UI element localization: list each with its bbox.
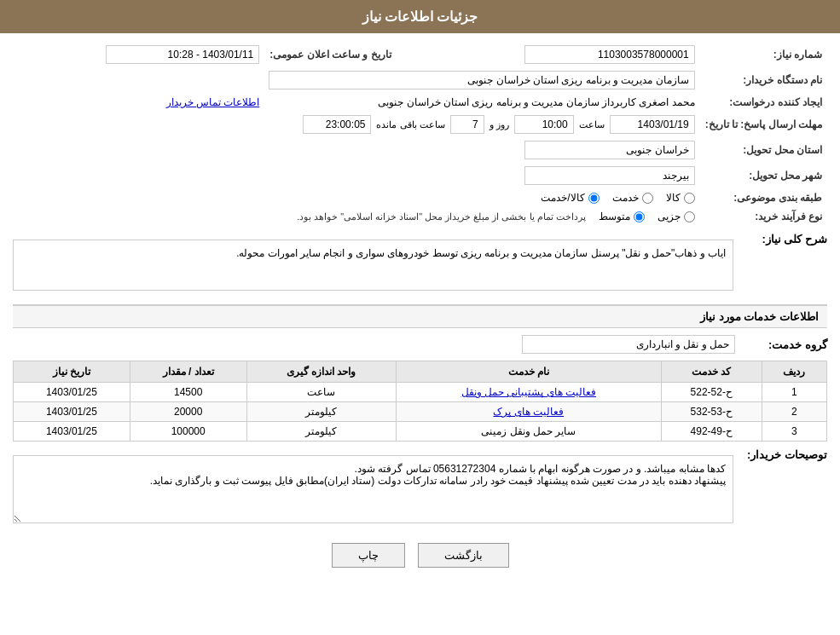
cell-qty: 100000 [130, 422, 246, 442]
row-purchase-type: نوع فرآیند خرید: جزیی متوسط پرداخت تمام … [13, 207, 827, 226]
notes-section: توصیحات خریدار: [13, 448, 827, 530]
row-creator: ایجاد کننده درخواست: محمد اصغری کاربرداز… [13, 93, 827, 112]
row-buyer-org: نام دستگاه خریدار: [13, 67, 827, 93]
need-number-input[interactable] [524, 45, 695, 64]
creator-label: ایجاد کننده درخواست: [700, 93, 827, 112]
row-need-number: شماره نیاز: تاریخ و ساعت اعلان عمومی: [13, 42, 827, 67]
services-table: ردیف کد خدمت نام خدمت واحد اندازه گیری ت… [13, 361, 827, 442]
table-row: 2ح-53-532فعالیت های پرککیلومتر200001403/… [14, 402, 827, 422]
days-label: روز و [490, 119, 509, 130]
col-qty-header: تعداد / مقدار [130, 361, 246, 383]
cell-date: 1403/01/25 [14, 422, 130, 442]
radio-khedmat-label: خدمت [612, 192, 639, 204]
page-title: جزئیات اطلاعات نیاز [362, 9, 478, 24]
buttons-row: بازگشت چاپ [13, 543, 827, 568]
cell-name: سایر حمل ونقل زمینی [396, 422, 661, 442]
table-row: 3ح-49-492سایر حمل ونقل زمینیکیلومتر10000… [14, 422, 827, 442]
radio-kala[interactable] [684, 193, 695, 204]
back-button[interactable]: بازگشت [418, 543, 509, 568]
cell-code: ح-52-522 [661, 383, 762, 402]
row-city: شهر محل تحویل: [13, 163, 827, 188]
cell-date: 1403/01/25 [14, 402, 130, 422]
announce-date-label: تاریخ و ساعت اعلان عمومی: [264, 42, 396, 67]
row-deadline: مهلت ارسال پاسخ: تا تاریخ: ساعت روز و سا… [13, 112, 827, 137]
services-table-head: ردیف کد خدمت نام خدمت واحد اندازه گیری ت… [14, 361, 827, 383]
col-code-header: کد خدمت [661, 361, 762, 383]
cell-name[interactable]: فعالیت های پرک [396, 402, 661, 422]
days-input[interactable] [450, 115, 484, 134]
cell-unit: ساعت [246, 383, 396, 402]
announce-date-value [13, 42, 264, 67]
col-unit-header: واحد اندازه گیری [246, 361, 396, 383]
col-date-header: تاریخ نیاز [14, 361, 130, 383]
category-label: طبقه بندی موضوعی: [700, 188, 827, 207]
services-table-body: 1ح-52-522فعالیت های پشتیبانی حمل ونقلساع… [14, 383, 827, 442]
service-name-link[interactable]: فعالیت های پرک [493, 406, 564, 418]
radio-kala-label: کالا [666, 192, 681, 204]
buyer-org-value [13, 67, 700, 93]
cell-row: 2 [762, 402, 826, 422]
creator-contact-link[interactable]: اطلاعات تماس خریدار [166, 96, 260, 108]
services-table-header-row: ردیف کد خدمت نام خدمت واحد اندازه گیری ت… [14, 361, 827, 383]
cell-date: 1403/01/25 [14, 383, 130, 402]
description-label: شرح کلی نیاز: [742, 233, 827, 245]
radio-item-khedmat: خدمت [612, 192, 653, 204]
cell-code: ح-53-532 [661, 402, 762, 422]
page-header: جزئیات اطلاعات نیاز [0, 0, 840, 33]
deadline-date-input[interactable] [610, 115, 695, 134]
need-number-label: شماره نیاز: [700, 42, 827, 67]
deadline-row: ساعت روز و ساعت باقی مانده [18, 115, 695, 134]
info-table: شماره نیاز: تاریخ و ساعت اعلان عمومی: نا… [13, 42, 827, 226]
table-row: 1ح-52-522فعالیت های پشتیبانی حمل ونقلساع… [14, 383, 827, 402]
service-group-label: گروه خدمت: [742, 338, 827, 351]
purchase-note: پرداخت تمام یا بخشی از مبلغ خریداز محل "… [297, 211, 586, 222]
category-radio-group: کالا خدمت کالا/خدمت [18, 192, 695, 204]
cell-row: 3 [762, 422, 826, 442]
notes-textarea[interactable] [13, 455, 733, 523]
cell-name[interactable]: فعالیت های پشتیبانی حمل ونقل [396, 383, 661, 402]
cell-row: 1 [762, 383, 826, 402]
print-button[interactable]: چاپ [332, 543, 405, 568]
deadline-label: مهلت ارسال پاسخ: تا تاریخ: [700, 112, 827, 137]
radio-item-jozi: جزیی [658, 211, 695, 222]
city-label: شهر محل تحویل: [700, 163, 827, 188]
radio-item-kala: کالا [666, 192, 695, 204]
service-group-row: گروه خدمت: [13, 335, 827, 354]
remaining-input[interactable] [303, 115, 371, 134]
cell-qty: 14500 [130, 383, 246, 402]
purchase-type-label: نوع فرآیند خرید: [700, 207, 827, 226]
page-container: جزئیات اطلاعات نیاز شماره نیاز: تاریخ و … [0, 0, 840, 635]
purchase-radio-group: جزیی متوسط پرداخت تمام یا بخشی از مبلغ خ… [18, 211, 695, 222]
radio-jozi-label: جزیی [658, 211, 681, 222]
col-name-header: نام خدمت [396, 361, 661, 383]
province-input[interactable] [524, 141, 695, 159]
cell-unit: کیلومتر [246, 422, 396, 442]
main-content: شماره نیاز: تاریخ و ساعت اعلان عمومی: نا… [0, 33, 840, 589]
radio-motavasset-label: متوسط [599, 211, 630, 222]
row-category: طبقه بندی موضوعی: کالا خدمت [13, 188, 827, 207]
time-label: ساعت [579, 119, 605, 130]
col-row-header: ردیف [762, 361, 826, 383]
need-number-value [422, 42, 700, 67]
creator-value: محمد اصغری کاربرداز سازمان مدیریت و برنا… [378, 96, 694, 108]
row-province: استان محل تحویل: [13, 137, 827, 163]
radio-kala-khedmat-label: کالا/خدمت [541, 192, 584, 204]
service-name-link[interactable]: فعالیت های پشتیبانی حمل ونقل [461, 386, 596, 398]
description-box: ایاب و ذهاب"حمل و نقل" پرسنل سازمان مدیر… [13, 240, 733, 291]
province-label: استان محل تحویل: [700, 137, 827, 163]
radio-item-motavasset: متوسط [599, 211, 645, 222]
service-group-input[interactable] [522, 335, 735, 354]
remaining-label: ساعت باقی مانده [376, 119, 444, 130]
notes-label: توصیحات خریدار: [742, 448, 827, 461]
city-input[interactable] [524, 166, 695, 185]
buyer-org-label: نام دستگاه خریدار: [700, 67, 827, 93]
announce-date-input[interactable] [106, 45, 259, 64]
radio-motavasset[interactable] [634, 211, 645, 222]
radio-kala-khedmat[interactable] [588, 193, 600, 204]
cell-unit: کیلومتر [246, 402, 396, 422]
radio-khedmat[interactable] [642, 193, 653, 204]
buyer-org-input[interactable] [269, 71, 695, 89]
services-section-title: اطلاعات خدمات مورد نیاز [13, 304, 827, 328]
radio-jozi[interactable] [684, 211, 695, 222]
deadline-time-input[interactable] [514, 115, 574, 134]
